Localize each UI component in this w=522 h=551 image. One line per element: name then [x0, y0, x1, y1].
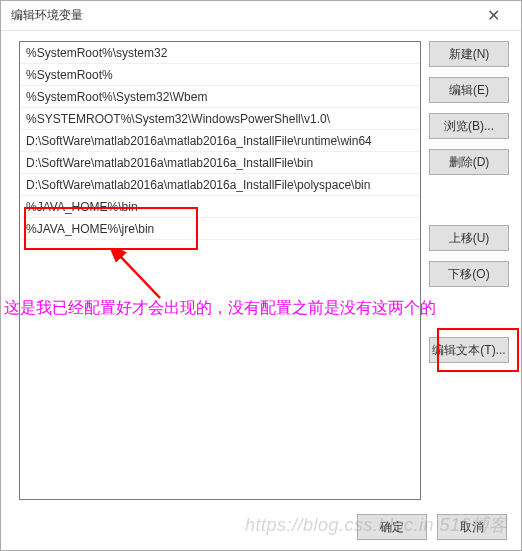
- path-listbox[interactable]: %SystemRoot%\system32 %SystemRoot% %Syst…: [19, 41, 421, 500]
- close-icon: ✕: [487, 6, 500, 25]
- list-item[interactable]: D:\SoftWare\matlab2016a\matlab2016a_Inst…: [20, 130, 420, 152]
- list-item[interactable]: %SystemRoot%\System32\Wbem: [20, 86, 420, 108]
- dialog-title: 编辑环境变量: [11, 7, 83, 24]
- edit-button[interactable]: 编辑(E): [429, 77, 509, 103]
- list-item[interactable]: %SystemRoot%: [20, 64, 420, 86]
- env-var-dialog: 编辑环境变量 ✕ %SystemRoot%\system32 %SystemRo…: [0, 0, 522, 551]
- browse-button[interactable]: 浏览(B)...: [429, 113, 509, 139]
- content-area: %SystemRoot%\system32 %SystemRoot% %Syst…: [19, 41, 509, 500]
- move-up-button[interactable]: 上移(U): [429, 225, 509, 251]
- list-item[interactable]: %SystemRoot%\system32: [20, 42, 420, 64]
- new-button[interactable]: 新建(N): [429, 41, 509, 67]
- list-item[interactable]: %JAVA_HOME%\jre\bin: [20, 218, 420, 240]
- list-item[interactable]: D:\SoftWare\matlab2016a\matlab2016a_Inst…: [20, 174, 420, 196]
- annotation-text: 这是我已经配置好才会出现的，没有配置之前是没有这两个的: [4, 298, 436, 319]
- ok-button[interactable]: 确定: [357, 514, 427, 540]
- cancel-button[interactable]: 取消: [437, 514, 507, 540]
- delete-button[interactable]: 删除(D): [429, 149, 509, 175]
- close-button[interactable]: ✕: [475, 2, 511, 30]
- dialog-footer: 确定 取消: [357, 514, 507, 540]
- button-column: 新建(N) 编辑(E) 浏览(B)... 删除(D) 上移(U) 下移(O) 编…: [429, 41, 509, 500]
- list-item[interactable]: %SYSTEMROOT%\System32\WindowsPowerShell\…: [20, 108, 420, 130]
- move-down-button[interactable]: 下移(O): [429, 261, 509, 287]
- list-item[interactable]: %JAVA_HOME%\bin: [20, 196, 420, 218]
- list-item[interactable]: D:\SoftWare\matlab2016a\matlab2016a_Inst…: [20, 152, 420, 174]
- titlebar: 编辑环境变量 ✕: [1, 1, 521, 31]
- edit-text-button[interactable]: 编辑文本(T)...: [429, 337, 509, 363]
